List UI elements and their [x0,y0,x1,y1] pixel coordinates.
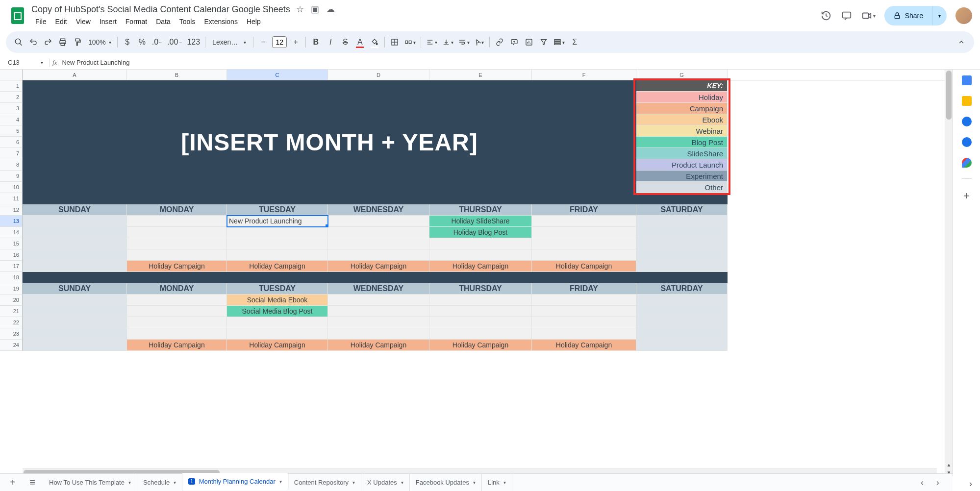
share-caret[interactable]: ▾ [932,6,947,25]
row-header-9[interactable]: 9 [0,171,23,182]
comments-icon[interactable] [841,10,853,22]
cloud-status-icon[interactable]: ☁ [326,4,335,15]
cell-G19[interactable]: SATURDAY [636,283,728,295]
cell-E22[interactable] [429,317,532,328]
cell-B24[interactable]: Holiday Campaign [127,340,227,351]
merge-cells-icon[interactable]: ▾ [402,35,418,49]
account-avatar[interactable] [955,7,972,24]
italic-icon[interactable]: I [324,35,337,49]
cell-C24[interactable]: Holiday Campaign [227,340,328,351]
cell-B17[interactable]: Holiday Campaign [127,261,227,272]
row-header-17[interactable]: 17 [0,261,23,272]
cell-G15[interactable] [636,238,728,249]
col-header-A[interactable]: A [23,70,127,80]
sheet-tab-schedule[interactable]: Schedule▾ [137,474,182,477]
cell-A13[interactable] [23,216,127,227]
borders-icon[interactable] [388,35,402,49]
cell-F15[interactable] [532,238,636,249]
row-header-4[interactable]: 4 [0,114,23,125]
menu-data[interactable]: Data [152,16,175,27]
cell-A12[interactable]: SUNDAY [23,204,127,216]
history-icon[interactable] [820,10,832,22]
cell-D16[interactable] [328,249,429,261]
cell-E19[interactable]: THURSDAY [429,283,532,295]
cell-B23[interactable] [127,328,227,340]
cell-F16[interactable] [532,249,636,261]
cell-D14[interactable] [328,227,429,238]
cell-D21[interactable] [328,306,429,317]
cell-G13[interactable] [636,216,728,227]
cell-G7[interactable]: SlideShare [636,148,728,159]
cell-F13[interactable] [532,216,636,227]
row-header-22[interactable]: 22 [0,317,23,328]
cell-F14[interactable] [532,227,636,238]
vertical-scrollbar[interactable]: ▲▼ [945,70,953,476]
functions-icon[interactable]: Σ [568,35,581,49]
cell-F21[interactable] [532,306,636,317]
cell-E21[interactable] [429,306,532,317]
row-header-8[interactable]: 8 [0,159,23,171]
font-select[interactable]: Lexen…▾ [208,35,250,49]
cell-G22[interactable] [636,317,728,328]
cell-C17[interactable]: Holiday Campaign [227,261,328,272]
col-header-C[interactable]: C [227,70,328,80]
cell-C20[interactable]: Social Media Ebook [227,295,328,306]
sheet-tab-link[interactable]: Link▾ [482,474,512,477]
cell-C14[interactable] [227,227,328,238]
cell-G6[interactable]: Blog Post [636,137,728,148]
print-icon[interactable] [56,35,70,49]
menu-edit[interactable]: Edit [51,16,71,27]
text-color-icon[interactable]: A [353,35,367,49]
menu-insert[interactable]: Insert [96,16,121,27]
cell-D20[interactable] [328,295,429,306]
filter-icon[interactable] [537,35,551,49]
row-header-5[interactable]: 5 [0,125,23,137]
calendar-title[interactable]: [INSERT MONTH + YEAR] [23,80,636,204]
col-header-F[interactable]: F [532,70,636,80]
col-header-G[interactable]: G [636,70,728,80]
cell-D17[interactable]: Holiday Campaign [328,261,429,272]
row-header-1[interactable]: 1 [0,80,23,92]
cell-G3[interactable]: Campaign [636,103,728,114]
row-header-3[interactable]: 3 [0,103,23,114]
cell-E20[interactable] [429,295,532,306]
menu-view[interactable]: View [72,16,95,27]
cell-E24[interactable]: Holiday Campaign [429,340,532,351]
menu-file[interactable]: File [31,16,50,27]
h-align-icon[interactable]: ▾ [424,35,439,49]
addons-plus-icon[interactable]: + [963,190,970,202]
row-header-6[interactable]: 6 [0,137,23,148]
cell-E16[interactable] [429,249,532,261]
cell-A19[interactable]: SUNDAY [23,283,127,295]
cell-A18[interactable] [23,272,127,283]
insert-comment-icon[interactable] [507,35,521,49]
cell-A22[interactable] [23,317,127,328]
sheets-logo[interactable] [8,6,27,25]
row-header-11[interactable]: 11 [0,193,23,204]
cell-B22[interactable] [127,317,227,328]
cell-C12[interactable]: TUESDAY [227,204,328,216]
calendar-sidepanel-icon[interactable] [962,75,972,85]
cell-C21[interactable]: Social Media Blog Post [227,306,328,317]
cell-A15[interactable] [23,238,127,249]
rotate-text-icon[interactable]: A▾ [473,35,486,49]
cell-G17[interactable] [636,261,728,272]
row-header-10[interactable]: 10 [0,182,23,193]
cell-E17[interactable]: Holiday Campaign [429,261,532,272]
cell-G8[interactable]: Product Launch [636,159,728,171]
cell-D15[interactable] [328,238,429,249]
row-header-21[interactable]: 21 [0,306,23,317]
cell-B14[interactable] [127,227,227,238]
cell-G4[interactable]: Ebook [636,114,728,125]
cell-F23[interactable] [532,328,636,340]
cell-C15[interactable] [227,238,328,249]
row-header-20[interactable]: 20 [0,295,23,306]
font-size-input[interactable] [272,36,287,48]
zoom-select[interactable]: 100%▾ [85,35,114,49]
menu-format[interactable]: Format [122,16,151,27]
cell-E15[interactable] [429,238,532,249]
tabs-next-icon[interactable]: › [931,475,945,477]
cell-A14[interactable] [23,227,127,238]
maps-sidepanel-icon[interactable] [962,158,972,168]
cell-F20[interactable] [532,295,636,306]
